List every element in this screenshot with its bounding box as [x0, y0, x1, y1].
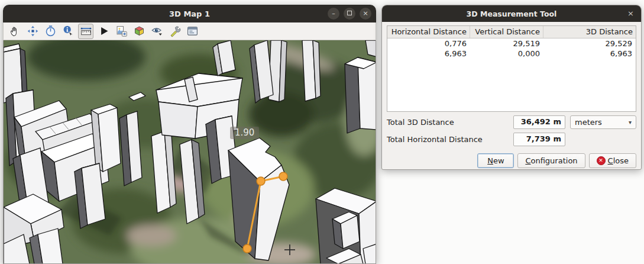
animation-icon[interactable]: [43, 24, 58, 39]
column-header[interactable]: Horizontal Distance: [387, 26, 470, 38]
map-canvas[interactable]: 1.90: [3, 40, 376, 264]
eye-visibility-icon[interactable]: [149, 24, 164, 39]
dialog-titlebar[interactable]: 3D Measurement Tool ×: [382, 5, 641, 22]
camera-control-icon[interactable]: [25, 24, 40, 39]
column-header[interactable]: 3D Distance: [543, 26, 636, 38]
measure-line-icon[interactable]: [78, 24, 93, 39]
identify-icon[interactable]: [60, 24, 76, 39]
scale-overlay-label: 1.90: [230, 127, 259, 139]
unit-selected-value: meters: [575, 118, 602, 127]
console-icon[interactable]: [185, 24, 200, 39]
maximize-icon[interactable]: [344, 8, 355, 20]
measurement-dialog: 3D Measurement Tool × Horizontal Distanc…: [381, 5, 642, 170]
measure-vertex: [279, 172, 287, 181]
close-red-icon: ✕: [597, 156, 606, 165]
total-3d-distance-label: Total 3D Distance: [387, 118, 509, 127]
table-cell: 6,963: [387, 49, 470, 59]
map-window-title: 3D Map 1: [169, 9, 210, 18]
play-icon[interactable]: [96, 24, 111, 39]
measurements-table: Horizontal Distance Vertical Distance 3D…: [387, 25, 636, 112]
settings-wrench-icon[interactable]: [167, 24, 182, 39]
pan-hand-icon[interactable]: [7, 24, 22, 39]
measure-vertex: [243, 244, 251, 253]
column-header[interactable]: Vertical Distance: [470, 26, 543, 38]
total-horizontal-distance-label: Total Horizontal Distance: [387, 135, 509, 144]
new-button[interactable]: New: [477, 153, 514, 168]
table-row[interactable]: 6,963 0,000 6,963: [387, 49, 636, 59]
minimize-icon[interactable]: –: [328, 8, 339, 20]
map-titlebar[interactable]: 3D Map 1 – ×: [3, 5, 376, 22]
table-cell: 29,529: [543, 38, 636, 49]
map-window: 3D Map 1 – ×: [3, 5, 376, 264]
table-cell: 6,963: [543, 49, 636, 59]
view-cube-icon[interactable]: [131, 24, 147, 39]
map-3d-scene: [4, 40, 376, 264]
map-toolbar: [3, 22, 376, 40]
export-scene-icon[interactable]: [114, 24, 129, 39]
dialog-body: Horizontal Distance Vertical Distance 3D…: [382, 22, 641, 168]
unit-select[interactable]: meters ▾: [570, 115, 636, 129]
table-row[interactable]: 0,776 29,519 29,529: [387, 38, 636, 49]
table-cell: 29,519: [470, 38, 543, 49]
close-button[interactable]: ✕ Close: [589, 153, 636, 168]
dialog-title: 3D Measurement Tool: [467, 9, 557, 18]
table-cell: 0,776: [387, 38, 470, 49]
close-icon[interactable]: ×: [360, 8, 371, 20]
measure-vertex: [257, 177, 265, 185]
total-3d-distance-field[interactable]: 36,492 m: [513, 115, 565, 129]
total-horizontal-distance-field[interactable]: 7,739 m: [513, 133, 565, 146]
table-header-row: Horizontal Distance Vertical Distance 3D…: [387, 26, 636, 38]
chevron-down-icon: ▾: [629, 119, 632, 125]
configuration-button[interactable]: Configuration: [517, 153, 585, 168]
table-cell: 0,000: [470, 49, 543, 59]
dialog-close-icon[interactable]: ×: [627, 5, 634, 22]
